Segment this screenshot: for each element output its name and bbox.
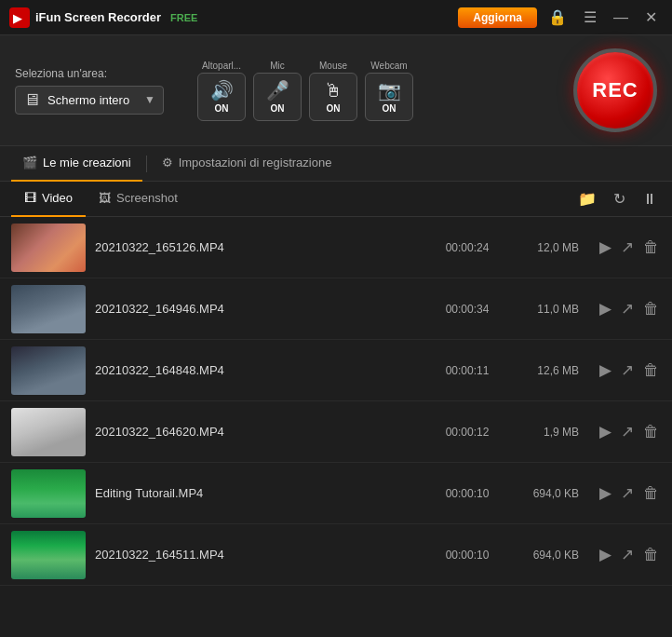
mouse-icon: 🖱 [324, 80, 343, 102]
settings-icon: ⚙ [162, 156, 173, 169]
area-dropdown[interactable]: 🖥 Schermo intero ▼ [15, 86, 164, 115]
play-button[interactable]: ▶ [598, 359, 613, 382]
file-name: 20210322_164620.MP4 [95, 425, 421, 439]
screenshot-tab-label: Screenshot [116, 191, 178, 205]
refresh-button[interactable]: ↻ [610, 188, 629, 210]
open-folder-button[interactable]: 📁 [574, 188, 600, 210]
export-button[interactable]: ↗ [619, 543, 636, 566]
export-button[interactable]: ↗ [619, 236, 636, 259]
file-size: 694,0 KB [514, 549, 579, 562]
mic-label: Mic [270, 61, 285, 71]
creazioni-label: Le mie creazioni [43, 156, 131, 169]
content-tabs: 🎞 Video 🖼 Screenshot 📁 ↻ ⏸ [0, 182, 672, 217]
file-duration: 00:00:12 [430, 426, 504, 439]
file-name: Editing Tutorail.MP4 [95, 486, 421, 500]
file-list: 20210322_165126.MP4 00:00:24 12,0 MB ▶ ↗… [0, 217, 672, 629]
file-thumbnail [11, 469, 86, 518]
title-bar: ▶ iFun Screen Recorder FREE Aggiorna 🔒 ☰… [0, 0, 672, 35]
play-button[interactable]: ▶ [598, 481, 613, 505]
file-duration: 00:00:10 [430, 549, 504, 562]
thumb-image [11, 285, 86, 333]
controls-area: Seleziona un'area: 🖥 Schermo intero ▼ Al… [0, 35, 672, 146]
file-size: 12,6 MB [514, 364, 579, 377]
nav-tab-impostazioni[interactable]: ⚙ Impostazioni di registrazione [151, 146, 343, 182]
file-thumbnail [11, 285, 86, 333]
delete-button[interactable]: 🗑 [641, 297, 661, 320]
area-selector: Seleziona un'area: 🖥 Schermo intero ▼ [15, 67, 164, 115]
free-badge: FREE [170, 12, 197, 23]
update-button[interactable]: Aggiorna [458, 7, 537, 28]
minimize-button[interactable]: — [608, 7, 634, 28]
delete-button[interactable]: 🗑 [641, 481, 661, 505]
lock-button[interactable]: 🔒 [543, 7, 572, 28]
app-logo-icon: ▶ [9, 7, 30, 28]
export-button[interactable]: ↗ [619, 420, 636, 443]
webcam-label: Webcam [370, 61, 407, 71]
title-actions: Aggiorna 🔒 ☰ — ✕ [458, 7, 663, 28]
export-button[interactable]: ↗ [619, 297, 636, 320]
svg-text:▶: ▶ [13, 12, 22, 25]
mic-state: ON [271, 103, 285, 114]
mouse-label: Mouse [319, 61, 347, 71]
file-duration: 00:00:11 [430, 364, 504, 377]
table-row: 20210322_164511.MP4 00:00:10 694,0 KB ▶ … [0, 524, 672, 586]
nav-tabs: 🎬 Le mie creazioni ⚙ Impostazioni di reg… [0, 146, 672, 182]
file-thumbnail [11, 408, 86, 456]
nav-tab-creazioni[interactable]: 🎬 Le mie creazioni [11, 146, 142, 182]
nav-separator [146, 156, 147, 172]
creazioni-icon: 🎬 [22, 156, 37, 169]
webcam-icon: 📷 [378, 79, 401, 102]
speaker-icon: 🔊 [210, 79, 234, 102]
video-tab-label: Video [42, 191, 73, 205]
altoparlanti-button[interactable]: 🔊 ON [197, 73, 246, 121]
play-button[interactable]: ▶ [598, 420, 613, 443]
chevron-down-icon: ▼ [144, 93, 155, 106]
file-actions: ▶ ↗ 🗑 [598, 543, 661, 566]
pause-button[interactable]: ⏸ [638, 188, 661, 210]
file-actions: ▶ ↗ 🗑 [598, 297, 661, 320]
file-size: 694,0 KB [514, 487, 579, 500]
mouse-group: Mouse 🖱 ON [309, 61, 357, 121]
webcam-button[interactable]: 📷 ON [365, 73, 413, 121]
video-tab-icon: 🎞 [24, 191, 36, 205]
play-button[interactable]: ▶ [598, 297, 613, 320]
table-row: Editing Tutorail.MP4 00:00:10 694,0 KB ▶… [0, 463, 672, 524]
thumb-image [11, 224, 86, 272]
delete-button[interactable]: 🗑 [641, 359, 661, 382]
rec-button[interactable]: REC [573, 48, 657, 132]
rec-button-wrap: REC [573, 48, 657, 132]
mouse-button[interactable]: 🖱 ON [309, 73, 357, 121]
tab-screenshot[interactable]: 🖼 Screenshot [86, 182, 191, 217]
table-row: 20210322_164946.MP4 00:00:34 11,0 MB ▶ ↗… [0, 278, 672, 340]
file-duration: 00:00:34 [430, 303, 504, 316]
delete-button[interactable]: 🗑 [641, 543, 661, 566]
menu-button[interactable]: ☰ [578, 7, 602, 28]
file-name: 20210322_164848.MP4 [95, 363, 421, 377]
file-name: 20210322_164946.MP4 [95, 302, 421, 316]
export-button[interactable]: ↗ [619, 481, 636, 505]
tab-video[interactable]: 🎞 Video [11, 182, 86, 217]
export-button[interactable]: ↗ [619, 359, 636, 382]
file-duration: 00:00:10 [430, 487, 504, 500]
close-button[interactable]: ✕ [639, 7, 663, 28]
app-logo: ▶ iFun Screen Recorder FREE [9, 7, 197, 28]
file-size: 12,0 MB [514, 241, 579, 254]
file-duration: 00:00:24 [430, 241, 504, 254]
thumb-image [11, 469, 86, 518]
area-select-text: Schermo intero [47, 93, 137, 107]
file-actions: ▶ ↗ 🗑 [598, 359, 661, 382]
mic-button[interactable]: 🎤 ON [253, 73, 302, 121]
play-button[interactable]: ▶ [598, 543, 613, 566]
play-button[interactable]: ▶ [598, 236, 613, 259]
mouse-state: ON [327, 103, 341, 114]
mic-group: Mic 🎤 ON [253, 61, 302, 121]
area-label: Seleziona un'area: [15, 67, 164, 80]
table-row: 20210322_165126.MP4 00:00:24 12,0 MB ▶ ↗… [0, 217, 672, 278]
mic-icon: 🎤 [266, 79, 289, 102]
thumb-image [11, 408, 86, 456]
monitor-icon: 🖥 [23, 90, 40, 110]
delete-button[interactable]: 🗑 [641, 236, 661, 259]
thumb-image [11, 531, 86, 579]
screenshot-tab-icon: 🖼 [99, 191, 111, 205]
delete-button[interactable]: 🗑 [641, 420, 661, 443]
